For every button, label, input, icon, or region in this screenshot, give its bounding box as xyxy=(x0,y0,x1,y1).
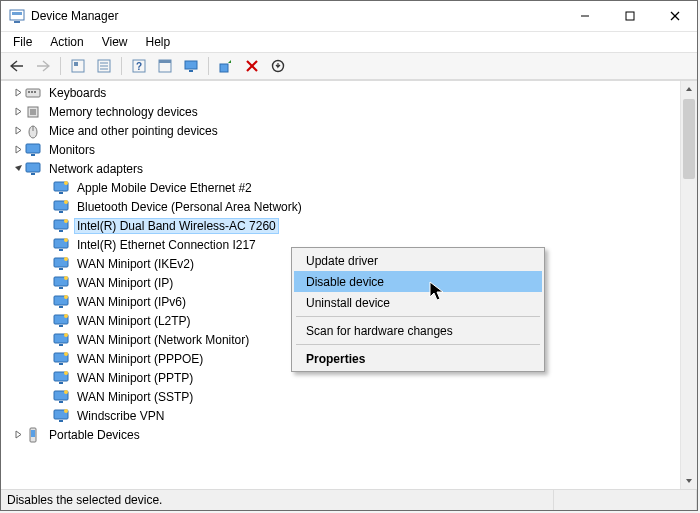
uninstall-icon[interactable] xyxy=(266,54,290,78)
svg-rect-42 xyxy=(59,230,63,232)
forward-icon[interactable] xyxy=(31,54,55,78)
tree-category[interactable]: Monitors xyxy=(1,140,681,159)
svg-point-52 xyxy=(64,276,68,280)
tree-item-label: Network adapters xyxy=(46,161,146,177)
ctx-divider xyxy=(296,344,540,345)
device-icon xyxy=(53,199,69,215)
svg-rect-28 xyxy=(30,109,36,115)
svg-rect-24 xyxy=(28,91,30,93)
svg-rect-51 xyxy=(59,287,63,289)
context-menu: Update driver Disable device Uninstall d… xyxy=(291,247,545,372)
tree-category[interactable]: Portable Devices xyxy=(1,425,681,444)
menu-view[interactable]: View xyxy=(94,34,136,50)
ctx-scan-hardware[interactable]: Scan for hardware changes xyxy=(294,320,542,341)
ctx-properties[interactable]: Properties xyxy=(294,348,542,369)
tree-device[interactable]: WAN Miniport (SSTP) xyxy=(1,387,681,406)
scroll-down-icon[interactable] xyxy=(681,473,697,489)
tree-item-label: Memory technology devices xyxy=(46,104,201,120)
tree-item-label: WAN Miniport (L2TP) xyxy=(74,313,194,329)
scroll-thumb[interactable] xyxy=(683,99,695,179)
device-icon xyxy=(53,294,69,310)
disable-icon[interactable] xyxy=(240,54,264,78)
minimize-button[interactable] xyxy=(562,1,607,31)
status-bar: Disables the selected device. xyxy=(1,489,697,510)
tree-category-expanded[interactable]: Network adapters xyxy=(1,159,681,178)
svg-rect-16 xyxy=(159,60,171,63)
expand-toggle-icon[interactable] xyxy=(11,126,25,135)
show-hidden-icon[interactable] xyxy=(66,54,90,78)
tree-device[interactable]: Windscribe VPN xyxy=(1,406,681,425)
back-icon[interactable] xyxy=(5,54,29,78)
vertical-scrollbar[interactable] xyxy=(680,81,697,489)
svg-rect-69 xyxy=(59,401,63,403)
menu-help[interactable]: Help xyxy=(138,34,179,50)
maximize-button[interactable] xyxy=(607,1,652,31)
svg-rect-8 xyxy=(74,62,78,66)
ctx-disable-device[interactable]: Disable device xyxy=(294,271,542,292)
tree-device[interactable]: Bluetooth Device (Personal Area Network) xyxy=(1,197,681,216)
device-icon xyxy=(25,427,41,443)
expand-toggle-icon[interactable] xyxy=(11,145,25,154)
properties-icon[interactable] xyxy=(92,54,116,78)
svg-point-64 xyxy=(64,352,68,356)
tree-item-label: WAN Miniport (IP) xyxy=(74,275,176,291)
device-icon xyxy=(53,237,69,253)
tree-device[interactable]: Intel(R) Dual Band Wireless-AC 7260 xyxy=(1,216,681,235)
svg-rect-33 xyxy=(26,163,40,172)
svg-rect-63 xyxy=(59,363,63,365)
tree-category[interactable]: Keyboards xyxy=(1,83,681,102)
expand-toggle-icon[interactable] xyxy=(11,107,25,116)
device-icon xyxy=(53,389,69,405)
help-icon[interactable]: ? xyxy=(127,54,151,78)
svg-point-61 xyxy=(64,333,68,337)
svg-rect-34 xyxy=(31,173,35,175)
tree-device[interactable]: Apple Mobile Device Ethernet #2 xyxy=(1,178,681,197)
tree-category[interactable]: Mice and other pointing devices xyxy=(1,121,681,140)
ctx-update-driver[interactable]: Update driver xyxy=(294,250,542,271)
tree-item-label: Bluetooth Device (Personal Area Network) xyxy=(74,199,305,215)
svg-point-58 xyxy=(64,314,68,318)
device-icon xyxy=(53,332,69,348)
svg-rect-45 xyxy=(59,249,63,251)
tree-item-label: Monitors xyxy=(46,142,98,158)
scan-icon[interactable] xyxy=(214,54,238,78)
svg-point-70 xyxy=(64,390,68,394)
ctx-uninstall-device[interactable]: Uninstall device xyxy=(294,292,542,313)
device-icon xyxy=(53,313,69,329)
app-icon xyxy=(9,8,25,24)
svg-rect-4 xyxy=(626,12,634,20)
svg-rect-31 xyxy=(26,144,40,153)
expand-toggle-icon[interactable] xyxy=(11,164,25,173)
tree-item-label: WAN Miniport (PPPOE) xyxy=(74,351,206,367)
svg-rect-36 xyxy=(59,192,63,194)
device-icon xyxy=(25,142,41,158)
tree-item-label: WAN Miniport (IKEv2) xyxy=(74,256,197,272)
svg-point-37 xyxy=(64,181,68,185)
tree-item-label: Intel(R) Ethernet Connection I217 xyxy=(74,237,259,253)
device-icon xyxy=(25,85,41,101)
device-icon xyxy=(25,123,41,139)
svg-rect-25 xyxy=(31,91,33,93)
svg-point-55 xyxy=(64,295,68,299)
tree-item-label: WAN Miniport (IPv6) xyxy=(74,294,189,310)
scroll-up-icon[interactable] xyxy=(681,81,697,97)
device-icon xyxy=(53,256,69,272)
device-icon xyxy=(25,161,41,177)
tree-category[interactable]: Memory technology devices xyxy=(1,102,681,121)
computer-icon[interactable] xyxy=(179,54,203,78)
titlebar: Device Manager xyxy=(1,1,697,32)
svg-point-73 xyxy=(64,409,68,413)
menu-file[interactable]: File xyxy=(5,34,40,50)
expand-toggle-icon[interactable] xyxy=(11,88,25,97)
menubar: File Action View Help xyxy=(1,32,697,52)
tree-item-label: Keyboards xyxy=(46,85,109,101)
close-button[interactable] xyxy=(652,1,697,31)
device-icon xyxy=(25,104,41,120)
svg-point-43 xyxy=(64,219,68,223)
svg-rect-60 xyxy=(59,344,63,346)
menu-action[interactable]: Action xyxy=(42,34,91,50)
expand-toggle-icon[interactable] xyxy=(11,430,25,439)
device-icon xyxy=(53,408,69,424)
svg-rect-18 xyxy=(189,70,193,72)
details-icon[interactable] xyxy=(153,54,177,78)
